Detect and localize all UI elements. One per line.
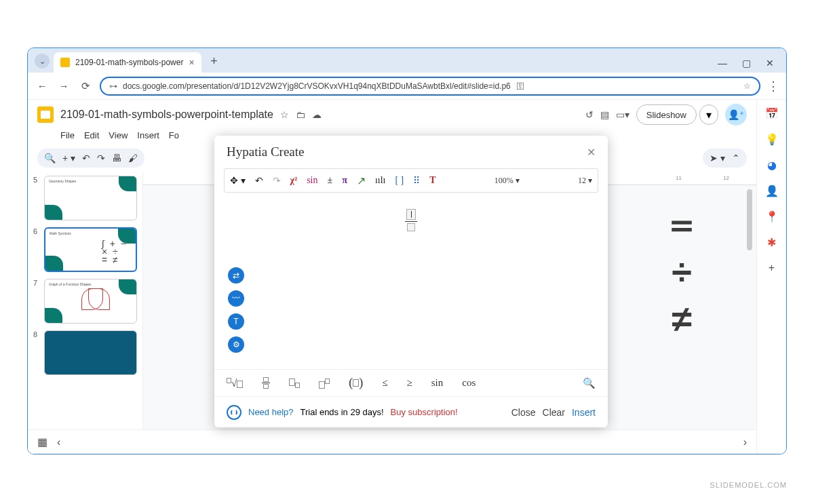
- keep-icon[interactable]: 💡: [765, 132, 779, 146]
- bottom-bar: ▦ ‹ ›: [28, 429, 756, 454]
- cloud-icon[interactable]: ☁: [312, 109, 322, 120]
- clear-button[interactable]: Clear: [543, 407, 565, 418]
- plus-minus-button[interactable]: ±: [328, 175, 333, 186]
- menu-edit[interactable]: Edit: [84, 130, 99, 140]
- cursor-icon[interactable]: ➤ ▾: [710, 153, 725, 163]
- maximize-icon[interactable]: ▢: [742, 58, 751, 69]
- site-info-icon[interactable]: ⊶: [109, 81, 117, 91]
- fraction-placeholder[interactable]: [405, 209, 417, 231]
- print-icon[interactable]: 🖶: [112, 153, 121, 163]
- move-icon[interactable]: 🗀: [296, 109, 305, 120]
- search-symbols-icon[interactable]: 🔍: [583, 377, 596, 389]
- grid-view-icon[interactable]: ▦: [37, 435, 47, 448]
- brackets-button[interactable]: [ ]: [395, 175, 404, 186]
- equation-toolbar: ✥ ▾ ↶ ↷ χ² sin ± π ↗ ıılı [ ] ⠿ T 100% ▾…: [224, 168, 598, 193]
- vertical-scrollbar[interactable]: [747, 189, 754, 427]
- menu-format[interactable]: Fo: [169, 130, 179, 140]
- redo-icon[interactable]: ↷: [273, 175, 281, 187]
- text-button[interactable]: T: [429, 175, 435, 186]
- draw-tool[interactable]: 〰: [228, 290, 244, 307]
- tasks-icon[interactable]: ◕: [765, 158, 779, 172]
- contacts-icon[interactable]: 👤: [765, 184, 779, 197]
- menu-view[interactable]: View: [109, 130, 128, 140]
- bars-button[interactable]: ıılı: [375, 175, 386, 186]
- grid-button[interactable]: ⠿: [413, 175, 420, 187]
- equation-canvas[interactable]: ⇄ 〰 T ⚙: [214, 193, 608, 369]
- maps-icon[interactable]: 📍: [765, 210, 779, 223]
- zoom-select[interactable]: 100% ▾: [495, 176, 520, 186]
- search-icon[interactable]: 🔍: [44, 153, 56, 163]
- toolbar-left: 🔍 + ▾ ↶ ↷ 🖶 🖌: [37, 149, 144, 168]
- tab-search-button[interactable]: ⌄: [35, 54, 50, 69]
- slide-thumbnails: 5 Geometry Shapes 6 Math Symbols ∫ + −× …: [28, 173, 143, 454]
- move-tool-icon[interactable]: ✥ ▾: [230, 175, 246, 187]
- close-tab-icon[interactable]: ×: [189, 57, 194, 68]
- url-input[interactable]: ⊶ docs.google.com/presentation/d/1D12V2W…: [100, 77, 760, 96]
- settings-tool[interactable]: ⚙: [228, 336, 244, 353]
- slideshow-dropdown[interactable]: ▾: [699, 104, 718, 125]
- close-button[interactable]: Close: [511, 407, 536, 418]
- document-title[interactable]: 2109-01-math-symbols-powerpoint-template: [60, 109, 273, 121]
- next-slide-icon[interactable]: ›: [743, 436, 747, 448]
- browser-tab[interactable]: 2109-01-math-symbols-power ×: [54, 52, 201, 73]
- thumbnail-5[interactable]: Geometry Shapes: [44, 176, 137, 220]
- slide-canvas[interactable]: ＝ ÷ ≠: [627, 200, 736, 343]
- menu-insert[interactable]: Insert: [137, 130, 159, 140]
- fontsize-select[interactable]: 12 ▾: [578, 176, 592, 186]
- star-icon[interactable]: ☆: [280, 109, 289, 120]
- prev-slide-icon[interactable]: ‹: [57, 436, 60, 448]
- fraction-button[interactable]: [262, 377, 270, 389]
- parentheses-button[interactable]: (): [349, 376, 363, 390]
- sin-button[interactable]: sin: [307, 175, 317, 186]
- back-icon[interactable]: ←: [35, 80, 50, 92]
- share-button[interactable]: 👤⁺: [725, 104, 747, 125]
- close-dialog-icon[interactable]: ✕: [587, 146, 596, 159]
- slideshow-button[interactable]: Slideshow: [636, 104, 697, 125]
- minimize-icon[interactable]: —: [718, 58, 727, 69]
- need-help-link[interactable]: Need help?: [248, 407, 294, 417]
- close-window-icon[interactable]: ✕: [766, 58, 774, 69]
- undo-icon[interactable]: ↶: [255, 175, 263, 187]
- calendar-icon[interactable]: 📅: [765, 106, 779, 120]
- text-tool[interactable]: T: [228, 313, 244, 330]
- equals-symbol: ＝: [627, 200, 736, 248]
- reload-icon[interactable]: ⟳: [78, 80, 93, 92]
- swap-tool[interactable]: ⇄: [228, 267, 244, 284]
- tab-title: 2109-01-math-symbols-power: [75, 58, 183, 67]
- comments-icon[interactable]: ▤: [600, 109, 609, 120]
- meet-icon[interactable]: ▭▾: [616, 109, 629, 120]
- cos-button[interactable]: cos: [462, 377, 476, 389]
- undo-icon[interactable]: ↶: [82, 153, 90, 163]
- thumb-number: 6: [33, 227, 40, 272]
- chi-squared-button[interactable]: χ²: [290, 175, 298, 186]
- sin-button2[interactable]: sin: [431, 377, 444, 389]
- expand-icon[interactable]: ⌃: [732, 153, 740, 163]
- add-icon[interactable]: +: [765, 261, 779, 275]
- forward-icon[interactable]: →: [56, 80, 71, 92]
- buy-link[interactable]: Buy subscription!: [391, 407, 458, 417]
- numerator-box[interactable]: [406, 209, 416, 220]
- greater-equal-button[interactable]: ≥: [406, 377, 412, 389]
- redo-icon[interactable]: ↷: [97, 153, 105, 163]
- window-controls: — ▢ ✕: [718, 58, 782, 73]
- paint-format-icon[interactable]: 🖌: [128, 153, 138, 163]
- menu-file[interactable]: File: [60, 130, 75, 140]
- less-equal-button[interactable]: ≤: [382, 377, 387, 389]
- thumbnail-7[interactable]: Graph of a Function Shapes: [44, 279, 137, 324]
- new-slide-icon[interactable]: + ▾: [62, 153, 75, 163]
- thumbnail-8[interactable]: [44, 330, 137, 375]
- browser-menu-icon[interactable]: ⋮: [767, 79, 779, 94]
- addon-icon[interactable]: ✱: [765, 235, 779, 249]
- history-icon[interactable]: ↺: [585, 109, 594, 120]
- arrow-button[interactable]: ↗: [357, 174, 366, 187]
- pi-button[interactable]: π: [342, 175, 347, 186]
- thumbnail-6[interactable]: Math Symbols ∫ + −× ÷= ≠: [44, 227, 137, 272]
- superscript-button[interactable]: [319, 376, 330, 390]
- key-icon[interactable]: ⚿: [516, 81, 524, 91]
- insert-button[interactable]: Insert: [572, 407, 596, 418]
- subscript-button[interactable]: [289, 376, 300, 390]
- new-tab-button[interactable]: +: [206, 52, 223, 70]
- denominator-box[interactable]: [407, 223, 415, 231]
- nth-root-button[interactable]: √: [227, 377, 243, 389]
- bookmark-star-icon[interactable]: ☆: [743, 81, 751, 91]
